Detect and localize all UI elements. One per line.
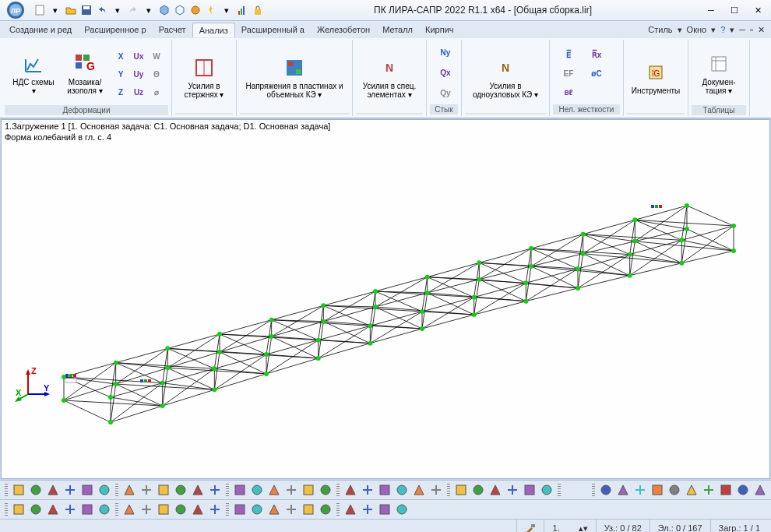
toolbar-btn[interactable] xyxy=(266,482,282,498)
toolbar-btn[interactable] xyxy=(249,502,265,517)
toolbar-btn[interactable] xyxy=(207,482,223,498)
lock-icon[interactable] xyxy=(251,3,265,17)
toolbar-btn[interactable] xyxy=(28,502,44,517)
tab-4[interactable]: Расширенный а xyxy=(235,23,311,37)
tab-0[interactable]: Создание и ред xyxy=(3,23,78,37)
toolbar-btn[interactable] xyxy=(121,482,137,498)
toolbar-btn[interactable] xyxy=(343,502,358,517)
tab-7[interactable]: Кирпич xyxy=(419,23,460,37)
toolbar-btn[interactable] xyxy=(97,482,112,498)
open-icon[interactable] xyxy=(64,3,78,17)
mini-mg1-7[interactable]: Uz xyxy=(129,83,148,101)
toolbar-btn-right[interactable] xyxy=(684,482,699,498)
mosaic-isopolya-button[interactable]: G Мозаика/ изополя ▾ xyxy=(60,41,110,105)
save-icon[interactable] xyxy=(79,3,93,17)
toolbar-btn[interactable] xyxy=(488,482,503,498)
nds-schemes-button[interactable]: НДС схемы ▾ xyxy=(9,41,58,105)
viewport[interactable]: 1.Загружение 1 [1. Основная задача: C1. … xyxy=(1,119,770,479)
toolbar-btn[interactable] xyxy=(207,502,223,517)
toolbar-btn-right[interactable] xyxy=(752,482,768,498)
toolbar-btn[interactable] xyxy=(45,502,61,517)
mini-mg1-8[interactable]: ⌀ xyxy=(147,83,166,101)
undo-icon[interactable] xyxy=(95,3,109,17)
mini-mg5-0[interactable]: Ny xyxy=(436,44,455,62)
mini-mg7-4[interactable]: вℓ xyxy=(559,83,578,102)
toolbar-btn[interactable] xyxy=(360,502,375,517)
plate-stress-button[interactable]: Напряжения в пластинах и объемных КЭ ▾ xyxy=(241,45,348,109)
toolbar-btn[interactable] xyxy=(97,502,112,517)
mini-mg1-6[interactable]: Z xyxy=(111,83,130,101)
toolbar-btn[interactable] xyxy=(232,482,248,498)
toolbar-btn[interactable] xyxy=(79,482,95,498)
toolbar-btn[interactable] xyxy=(121,502,137,517)
toolbar-btn[interactable] xyxy=(539,482,554,498)
dropdown-icon[interactable]: ▾ xyxy=(220,3,234,17)
toolbar-btn[interactable] xyxy=(190,482,206,498)
mini-mg7-2[interactable]: EF xyxy=(559,65,578,83)
toolbar-btn[interactable] xyxy=(394,482,410,498)
toolbar-btn[interactable] xyxy=(156,502,171,517)
toolbar-btn[interactable] xyxy=(232,502,248,517)
toolbar-btn[interactable] xyxy=(156,482,171,498)
new-icon[interactable] xyxy=(33,3,47,17)
mini-mg7-1[interactable]: R̅x xyxy=(587,46,606,65)
mini-mg5-1[interactable]: Qx xyxy=(436,64,455,83)
toolbar-btn[interactable] xyxy=(377,482,393,498)
bolt-icon[interactable] xyxy=(204,3,218,17)
chart-icon[interactable] xyxy=(235,3,249,17)
toolbar-btn[interactable] xyxy=(173,502,188,517)
toolbar-btn[interactable] xyxy=(11,502,26,517)
hammer-icon[interactable] xyxy=(516,520,544,532)
toolbar-btn[interactable] xyxy=(139,502,154,517)
toolbar-btn[interactable] xyxy=(283,482,299,498)
toolbar-btn[interactable] xyxy=(173,482,188,498)
child-restore-icon[interactable]: ▫ xyxy=(750,25,753,34)
toolbar-btn[interactable] xyxy=(318,482,333,498)
toolbar-btn[interactable] xyxy=(283,502,299,517)
toolbar-btn[interactable] xyxy=(522,482,537,498)
toolbar-btn[interactable] xyxy=(377,502,393,517)
tab-3[interactable]: Анализ xyxy=(192,23,235,37)
instruments-button[interactable]: ǐG Инструменты xyxy=(627,45,685,109)
toolbar-btn[interactable] xyxy=(139,482,154,498)
node-forces-button[interactable]: N Усилия в одноузловых КЭ ▾ xyxy=(465,45,546,109)
dropdown-icon[interactable]: ▾ xyxy=(111,3,125,17)
maximize-button[interactable]: ☐ xyxy=(724,3,745,17)
style-menu[interactable]: Стиль xyxy=(648,25,672,34)
toolbar-btn[interactable] xyxy=(360,482,375,498)
toolbar-btn[interactable] xyxy=(301,502,316,517)
toolbar-btn-right[interactable] xyxy=(701,482,716,498)
mini-mg1-5[interactable]: Θ xyxy=(147,65,166,83)
toolbar-btn[interactable] xyxy=(411,482,427,498)
mini-mg5-2[interactable]: Qy xyxy=(436,84,455,103)
toolbar-btn-right[interactable] xyxy=(650,482,665,498)
mini-mg1-2[interactable]: W xyxy=(147,47,166,65)
tab-6[interactable]: Металл xyxy=(376,23,419,37)
minimize-button[interactable]: ─ xyxy=(701,3,721,17)
redo-icon[interactable] xyxy=(126,3,140,17)
toolbar-btn[interactable] xyxy=(45,482,61,498)
close-button[interactable]: ✕ xyxy=(748,3,768,17)
toolbar-btn[interactable] xyxy=(190,502,206,517)
spec-forces-button[interactable]: N Усилия в спец. элементах ▾ xyxy=(356,45,423,109)
tab-5[interactable]: Железобетон xyxy=(311,23,376,37)
help-icon[interactable]: ? xyxy=(720,25,725,34)
toolbar-btn[interactable] xyxy=(301,482,316,498)
toolbar-btn[interactable] xyxy=(505,482,520,498)
child-close-icon[interactable]: ✕ xyxy=(758,25,765,35)
window-menu[interactable]: Окно xyxy=(687,25,707,34)
mini-mg1-1[interactable]: Ux xyxy=(129,47,148,65)
toolbar-btn[interactable] xyxy=(453,482,469,498)
mini-mg1-3[interactable]: Y xyxy=(111,65,130,83)
dropdown-icon[interactable]: ▾ xyxy=(48,3,62,17)
mini-mg7-3[interactable]: øC xyxy=(587,65,606,83)
dropdown-icon[interactable]: ▾ xyxy=(142,3,156,17)
tab-1[interactable]: Расширенное р xyxy=(78,23,152,37)
wheel-icon[interactable] xyxy=(188,3,202,17)
toolbar-btn[interactable] xyxy=(11,482,26,498)
toolbar-btn[interactable] xyxy=(62,502,78,517)
child-minimize-icon[interactable]: ─ xyxy=(739,25,745,34)
toolbar-btn-right[interactable] xyxy=(718,482,734,498)
toolbar-btn[interactable] xyxy=(62,482,78,498)
toolbar-btn-right[interactable] xyxy=(667,482,682,498)
